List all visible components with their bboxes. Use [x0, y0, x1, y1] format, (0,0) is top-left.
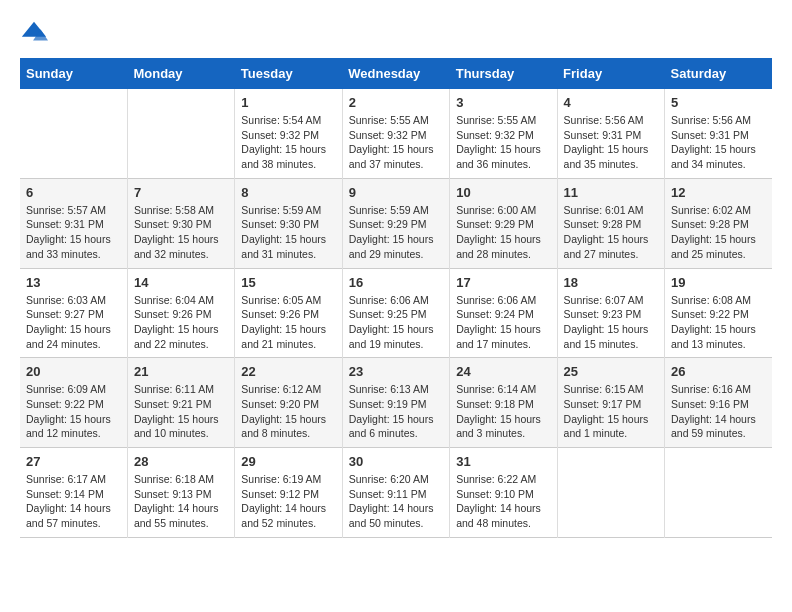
- day-content: Sunrise: 6:19 AM Sunset: 9:12 PM Dayligh…: [241, 472, 335, 531]
- calendar-cell: 20Sunrise: 6:09 AM Sunset: 9:22 PM Dayli…: [20, 358, 127, 448]
- day-number: 3: [456, 95, 550, 110]
- calendar-cell: 7Sunrise: 5:58 AM Sunset: 9:30 PM Daylig…: [127, 178, 234, 268]
- page-header: [20, 20, 772, 48]
- day-number: 10: [456, 185, 550, 200]
- calendar-cell: 9Sunrise: 5:59 AM Sunset: 9:29 PM Daylig…: [342, 178, 449, 268]
- day-header-friday: Friday: [557, 58, 664, 89]
- day-number: 30: [349, 454, 443, 469]
- calendar-cell: [557, 448, 664, 538]
- day-content: Sunrise: 6:16 AM Sunset: 9:16 PM Dayligh…: [671, 382, 766, 441]
- calendar-cell: 22Sunrise: 6:12 AM Sunset: 9:20 PM Dayli…: [235, 358, 342, 448]
- calendar-cell: [20, 89, 127, 178]
- calendar-cell: 6Sunrise: 5:57 AM Sunset: 9:31 PM Daylig…: [20, 178, 127, 268]
- day-number: 22: [241, 364, 335, 379]
- calendar-cell: 29Sunrise: 6:19 AM Sunset: 9:12 PM Dayli…: [235, 448, 342, 538]
- logo: [20, 20, 50, 48]
- day-number: 12: [671, 185, 766, 200]
- day-number: 31: [456, 454, 550, 469]
- day-content: Sunrise: 5:58 AM Sunset: 9:30 PM Dayligh…: [134, 203, 228, 262]
- calendar-cell: 11Sunrise: 6:01 AM Sunset: 9:28 PM Dayli…: [557, 178, 664, 268]
- calendar-cell: 24Sunrise: 6:14 AM Sunset: 9:18 PM Dayli…: [450, 358, 557, 448]
- calendar-cell: 1Sunrise: 5:54 AM Sunset: 9:32 PM Daylig…: [235, 89, 342, 178]
- day-content: Sunrise: 6:17 AM Sunset: 9:14 PM Dayligh…: [26, 472, 121, 531]
- day-content: Sunrise: 6:11 AM Sunset: 9:21 PM Dayligh…: [134, 382, 228, 441]
- calendar-cell: 10Sunrise: 6:00 AM Sunset: 9:29 PM Dayli…: [450, 178, 557, 268]
- day-number: 21: [134, 364, 228, 379]
- calendar-cell: 3Sunrise: 5:55 AM Sunset: 9:32 PM Daylig…: [450, 89, 557, 178]
- calendar-cell: [127, 89, 234, 178]
- day-number: 19: [671, 275, 766, 290]
- calendar-table: SundayMondayTuesdayWednesdayThursdayFrid…: [20, 58, 772, 538]
- day-content: Sunrise: 5:59 AM Sunset: 9:30 PM Dayligh…: [241, 203, 335, 262]
- calendar-cell: 31Sunrise: 6:22 AM Sunset: 9:10 PM Dayli…: [450, 448, 557, 538]
- day-content: Sunrise: 6:05 AM Sunset: 9:26 PM Dayligh…: [241, 293, 335, 352]
- week-row-5: 27Sunrise: 6:17 AM Sunset: 9:14 PM Dayli…: [20, 448, 772, 538]
- day-number: 7: [134, 185, 228, 200]
- day-number: 8: [241, 185, 335, 200]
- day-number: 17: [456, 275, 550, 290]
- day-content: Sunrise: 5:59 AM Sunset: 9:29 PM Dayligh…: [349, 203, 443, 262]
- day-number: 6: [26, 185, 121, 200]
- day-content: Sunrise: 5:55 AM Sunset: 9:32 PM Dayligh…: [456, 113, 550, 172]
- day-content: Sunrise: 5:55 AM Sunset: 9:32 PM Dayligh…: [349, 113, 443, 172]
- day-content: Sunrise: 6:04 AM Sunset: 9:26 PM Dayligh…: [134, 293, 228, 352]
- day-content: Sunrise: 6:06 AM Sunset: 9:25 PM Dayligh…: [349, 293, 443, 352]
- day-content: Sunrise: 5:54 AM Sunset: 9:32 PM Dayligh…: [241, 113, 335, 172]
- day-content: Sunrise: 6:00 AM Sunset: 9:29 PM Dayligh…: [456, 203, 550, 262]
- day-content: Sunrise: 5:56 AM Sunset: 9:31 PM Dayligh…: [564, 113, 658, 172]
- day-number: 16: [349, 275, 443, 290]
- day-content: Sunrise: 6:03 AM Sunset: 9:27 PM Dayligh…: [26, 293, 121, 352]
- day-content: Sunrise: 6:12 AM Sunset: 9:20 PM Dayligh…: [241, 382, 335, 441]
- day-content: Sunrise: 6:20 AM Sunset: 9:11 PM Dayligh…: [349, 472, 443, 531]
- week-row-4: 20Sunrise: 6:09 AM Sunset: 9:22 PM Dayli…: [20, 358, 772, 448]
- day-content: Sunrise: 6:02 AM Sunset: 9:28 PM Dayligh…: [671, 203, 766, 262]
- day-number: 13: [26, 275, 121, 290]
- day-number: 28: [134, 454, 228, 469]
- day-number: 15: [241, 275, 335, 290]
- week-row-3: 13Sunrise: 6:03 AM Sunset: 9:27 PM Dayli…: [20, 268, 772, 358]
- day-content: Sunrise: 5:57 AM Sunset: 9:31 PM Dayligh…: [26, 203, 121, 262]
- day-number: 14: [134, 275, 228, 290]
- day-content: Sunrise: 6:13 AM Sunset: 9:19 PM Dayligh…: [349, 382, 443, 441]
- calendar-cell: 17Sunrise: 6:06 AM Sunset: 9:24 PM Dayli…: [450, 268, 557, 358]
- day-number: 20: [26, 364, 121, 379]
- calendar-cell: 19Sunrise: 6:08 AM Sunset: 9:22 PM Dayli…: [665, 268, 772, 358]
- calendar-cell: 4Sunrise: 5:56 AM Sunset: 9:31 PM Daylig…: [557, 89, 664, 178]
- day-number: 11: [564, 185, 658, 200]
- day-header-saturday: Saturday: [665, 58, 772, 89]
- day-header-tuesday: Tuesday: [235, 58, 342, 89]
- calendar-cell: 27Sunrise: 6:17 AM Sunset: 9:14 PM Dayli…: [20, 448, 127, 538]
- day-number: 23: [349, 364, 443, 379]
- logo-icon: [20, 20, 48, 48]
- calendar-cell: 21Sunrise: 6:11 AM Sunset: 9:21 PM Dayli…: [127, 358, 234, 448]
- day-content: Sunrise: 6:15 AM Sunset: 9:17 PM Dayligh…: [564, 382, 658, 441]
- day-content: Sunrise: 5:56 AM Sunset: 9:31 PM Dayligh…: [671, 113, 766, 172]
- day-number: 2: [349, 95, 443, 110]
- calendar-cell: 30Sunrise: 6:20 AM Sunset: 9:11 PM Dayli…: [342, 448, 449, 538]
- day-number: 24: [456, 364, 550, 379]
- day-content: Sunrise: 6:01 AM Sunset: 9:28 PM Dayligh…: [564, 203, 658, 262]
- calendar-cell: 18Sunrise: 6:07 AM Sunset: 9:23 PM Dayli…: [557, 268, 664, 358]
- day-content: Sunrise: 6:18 AM Sunset: 9:13 PM Dayligh…: [134, 472, 228, 531]
- day-content: Sunrise: 6:22 AM Sunset: 9:10 PM Dayligh…: [456, 472, 550, 531]
- calendar-cell: 23Sunrise: 6:13 AM Sunset: 9:19 PM Dayli…: [342, 358, 449, 448]
- calendar-cell: 13Sunrise: 6:03 AM Sunset: 9:27 PM Dayli…: [20, 268, 127, 358]
- calendar-cell: 15Sunrise: 6:05 AM Sunset: 9:26 PM Dayli…: [235, 268, 342, 358]
- day-header-monday: Monday: [127, 58, 234, 89]
- day-number: 5: [671, 95, 766, 110]
- day-header-thursday: Thursday: [450, 58, 557, 89]
- day-content: Sunrise: 6:08 AM Sunset: 9:22 PM Dayligh…: [671, 293, 766, 352]
- calendar-cell: 25Sunrise: 6:15 AM Sunset: 9:17 PM Dayli…: [557, 358, 664, 448]
- calendar-cell: 28Sunrise: 6:18 AM Sunset: 9:13 PM Dayli…: [127, 448, 234, 538]
- calendar-cell: 16Sunrise: 6:06 AM Sunset: 9:25 PM Dayli…: [342, 268, 449, 358]
- day-number: 1: [241, 95, 335, 110]
- calendar-cell: 2Sunrise: 5:55 AM Sunset: 9:32 PM Daylig…: [342, 89, 449, 178]
- day-content: Sunrise: 6:14 AM Sunset: 9:18 PM Dayligh…: [456, 382, 550, 441]
- day-number: 9: [349, 185, 443, 200]
- day-header-wednesday: Wednesday: [342, 58, 449, 89]
- calendar-cell: 8Sunrise: 5:59 AM Sunset: 9:30 PM Daylig…: [235, 178, 342, 268]
- day-content: Sunrise: 6:09 AM Sunset: 9:22 PM Dayligh…: [26, 382, 121, 441]
- calendar-cell: 14Sunrise: 6:04 AM Sunset: 9:26 PM Dayli…: [127, 268, 234, 358]
- day-number: 25: [564, 364, 658, 379]
- week-row-1: 1Sunrise: 5:54 AM Sunset: 9:32 PM Daylig…: [20, 89, 772, 178]
